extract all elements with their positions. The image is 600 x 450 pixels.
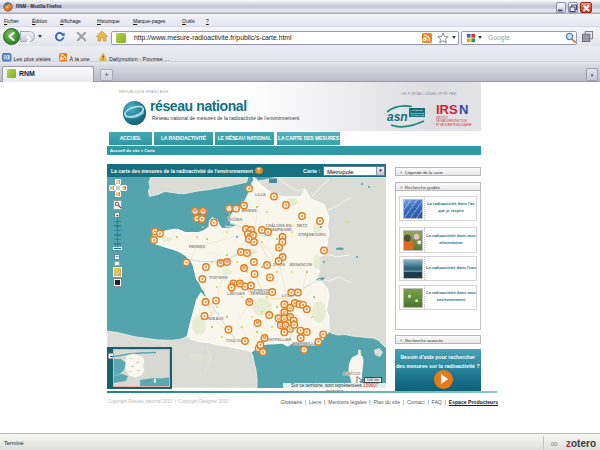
svg-text:FERRAND: FERRAND bbox=[250, 291, 269, 296]
svg-text:METZ: METZ bbox=[297, 223, 308, 228]
svg-text:asn: asn bbox=[387, 110, 408, 124]
svg-text:BESANÇON: BESANÇON bbox=[290, 262, 312, 267]
svg-text:M: M bbox=[248, 299, 252, 304]
svg-text:POITIERS: POITIERS bbox=[209, 275, 228, 280]
svg-text:ROUEN: ROUEN bbox=[228, 217, 242, 222]
svg-text:U: U bbox=[283, 316, 286, 321]
svg-text:!: ! bbox=[228, 206, 229, 211]
svg-text:M: M bbox=[242, 265, 246, 270]
svg-text:LILLE: LILLE bbox=[255, 192, 266, 197]
svg-text:U: U bbox=[289, 305, 292, 310]
svg-text:M: M bbox=[193, 208, 197, 213]
svg-text:LIMOGES: LIMOGES bbox=[227, 291, 245, 296]
svg-text:M: M bbox=[238, 281, 242, 286]
svg-text:MARSEILLE: MARSEILLE bbox=[294, 341, 317, 346]
svg-text:U: U bbox=[283, 310, 286, 315]
svg-text:U: U bbox=[277, 316, 280, 321]
svg-text:NUCLÉAIRE: NUCLÉAIRE bbox=[411, 114, 425, 117]
svg-text:RENNES: RENNES bbox=[189, 244, 206, 249]
svg-text:M: M bbox=[219, 260, 223, 265]
svg-text:STRASBOURG: STRASBOURG bbox=[298, 232, 326, 237]
svg-text:DE RADIOPROTECTION: DE RADIOPROTECTION bbox=[436, 119, 467, 123]
svg-text:!: ! bbox=[235, 206, 236, 211]
svg-text:IRS: IRS bbox=[436, 102, 458, 117]
svg-text:U: U bbox=[284, 323, 287, 328]
svg-text:M: M bbox=[263, 335, 267, 340]
svg-text:M: M bbox=[225, 259, 229, 264]
svg-text:M: M bbox=[256, 320, 260, 325]
svg-text:N: N bbox=[459, 102, 468, 117]
svg-text:M: M bbox=[201, 208, 205, 213]
svg-text:INSTITUT: INSTITUT bbox=[436, 116, 448, 120]
